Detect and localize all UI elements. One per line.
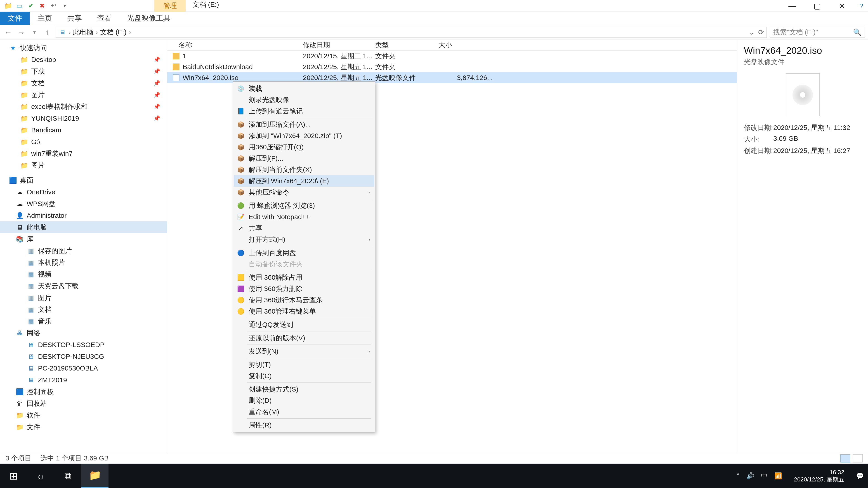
context-menu-item[interactable]: 通过QQ发送到 (234, 319, 374, 330)
ribbon-tab-home[interactable]: 主页 (30, 12, 60, 25)
taskbar-explorer[interactable]: 📁 (81, 464, 108, 488)
check-icon[interactable]: ✔ (27, 2, 35, 10)
nav-up-button[interactable]: ↑ (42, 28, 53, 37)
context-menu-item[interactable]: 🟪使用 360强力删除 (234, 283, 374, 294)
tree-quick-item[interactable]: 📁下载📌 (0, 66, 167, 77)
tree-desktop-item[interactable]: 🖥此电脑 (0, 221, 167, 233)
tree-quick-item[interactable]: 📁YUNQISHI2019📌 (0, 112, 167, 124)
ribbon-tab-share[interactable]: 共享 (60, 12, 90, 25)
context-menu-item[interactable]: 还原以前的版本(V) (234, 332, 374, 344)
context-menu-item[interactable]: 创建快捷方式(S) (234, 384, 374, 395)
tree-network-item[interactable]: 🖥ZMT2019 (0, 374, 167, 386)
tree-quick-item[interactable]: 📁excel表格制作求和📌 (0, 101, 167, 112)
tree-desktop[interactable]: 🟦桌面 (0, 174, 167, 186)
minimize-button[interactable]: — (780, 0, 805, 12)
tree-desktop-item[interactable]: ☁WPS网盘 (0, 198, 167, 210)
tree-lib-item[interactable]: ▦音乐 (0, 315, 167, 327)
task-view-button[interactable]: ⧉ (54, 464, 81, 488)
file-row[interactable]: 12020/12/15, 星期二 1...文件夹 (167, 51, 737, 61)
undo-icon[interactable]: ↶ (49, 2, 57, 10)
help-button[interactable]: ? (855, 0, 868, 12)
tree-network-item[interactable]: 🖥PC-20190530OBLA (0, 362, 167, 374)
context-menu-item[interactable]: 🟡使用 360进行木马云查杀 (234, 294, 374, 306)
addr-dropdown-icon[interactable]: ⌄ (749, 28, 754, 36)
context-menu-item[interactable]: 复制(C) (234, 370, 374, 382)
tree-quick-access[interactable]: ★快速访问 (0, 42, 167, 54)
delete-icon[interactable]: ✖ (38, 2, 46, 10)
tree-quick-item[interactable]: 📁Desktop📌 (0, 54, 167, 66)
context-menu-item[interactable]: 📦添加到压缩文件(A)... (234, 119, 374, 130)
tree-lib-item[interactable]: ▦本机照片 (0, 257, 167, 268)
start-button[interactable]: ⊞ (0, 464, 27, 488)
tree-network-item[interactable]: 🖥DESKTOP-NJEU3CG (0, 351, 167, 362)
col-size[interactable]: 大小 (438, 40, 497, 50)
context-menu-item[interactable]: 🟢用 蜂蜜浏览器 浏览(3) (234, 200, 374, 211)
file-row[interactable]: BaiduNetdiskDownload2020/12/25, 星期五 1...… (167, 61, 737, 72)
tree-software[interactable]: 📁软件 (0, 410, 167, 421)
nav-back-button[interactable]: ← (3, 28, 13, 37)
context-menu-item[interactable]: 剪切(T) (234, 359, 374, 370)
tree-desktop-item[interactable]: 👤Administrator (0, 210, 167, 221)
context-menu-item[interactable]: 🟨使用 360解除占用 (234, 272, 374, 283)
col-date[interactable]: 修改日期 (303, 40, 375, 50)
context-menu-item[interactable]: 重命名(M) (234, 406, 374, 418)
ribbon-tab-disk-tools[interactable]: 光盘映像工具 (119, 12, 178, 25)
col-type[interactable]: 类型 (375, 40, 438, 50)
context-menu-item[interactable]: 🔵上传到百度网盘 (234, 247, 374, 258)
tree-lib-item[interactable]: ▦文档 (0, 304, 167, 315)
view-details-button[interactable] (840, 454, 850, 462)
ribbon-tab-file[interactable]: 文件 (0, 12, 30, 25)
tree-quick-item[interactable]: 📁图片📌 (0, 89, 167, 101)
context-menu-item[interactable]: 🟡使用 360管理右键菜单 (234, 306, 374, 317)
address-bar[interactable]: 🖥 › 此电脑 › 文档 (E:) › ⌄ ⟳ (56, 27, 767, 38)
view-thumbs-button[interactable] (852, 454, 863, 462)
tree-desktop-item[interactable]: ☁OneDrive (0, 186, 167, 198)
search-button[interactable]: ⌕ (27, 464, 54, 488)
tree-lib-item[interactable]: ▦保存的图片 (0, 245, 167, 257)
contextual-tab-manage[interactable]: 管理 (154, 0, 186, 11)
context-menu-item[interactable]: 打开方式(H)› (234, 234, 374, 245)
tree-quick-item[interactable]: 📁图片 (0, 160, 167, 171)
maximize-button[interactable]: ▢ (805, 0, 830, 12)
folder-icon[interactable]: 📁 (4, 2, 12, 10)
context-menu-item[interactable]: 📦解压到当前文件夹(X) (234, 164, 374, 175)
crumb-pc[interactable]: 此电脑 (73, 28, 93, 37)
nav-recent-dropdown[interactable]: ▾ (29, 29, 39, 35)
nav-forward-button[interactable]: → (16, 28, 26, 37)
context-menu-item[interactable]: 属性(R) (234, 420, 374, 431)
taskbar-clock[interactable]: 16:32 2020/12/25, 星期五 (794, 468, 844, 483)
save-icon[interactable]: ▭ (16, 2, 24, 10)
action-center-icon[interactable]: 💬 (856, 472, 864, 480)
tree-recycle-bin[interactable]: 🗑回收站 (0, 398, 167, 410)
ribbon-tab-view[interactable]: 查看 (90, 12, 119, 25)
crumb-drive[interactable]: 文档 (E:) (100, 28, 127, 37)
search-box[interactable]: 搜索"文档 (E:)" 🔍 (770, 27, 865, 38)
refresh-icon[interactable]: ⟳ (758, 28, 764, 36)
context-menu-item[interactable]: 💿装载 (234, 83, 374, 94)
tree-quick-item[interactable]: 📁G:\ (0, 136, 167, 148)
tree-quick-item[interactable]: 📁win7重装win7 (0, 148, 167, 160)
tray-ime[interactable]: 中 (761, 471, 767, 480)
tree-lib-item[interactable]: ▦图片 (0, 292, 167, 304)
context-menu-item[interactable]: 📦添加到 "Win7x64_2020.zip" (T) (234, 130, 374, 141)
tree-lib-item[interactable]: ▦天翼云盘下载 (0, 280, 167, 292)
tree-docs[interactable]: 📁文件 (0, 421, 167, 433)
tray-network-icon[interactable]: 📶 (774, 472, 782, 480)
context-menu-item[interactable]: 📝Edit with Notepad++ (234, 211, 374, 223)
qat-dropdown-icon[interactable]: ▾ (61, 2, 69, 10)
tray-overflow-icon[interactable]: ˄ (737, 472, 740, 480)
tree-network[interactable]: 🖧网络 (0, 327, 167, 339)
context-menu-item[interactable]: 📘上传到有道云笔记 (234, 105, 374, 117)
tray-volume-icon[interactable]: 🔊 (746, 472, 754, 480)
tree-control-panel[interactable]: 🟦控制面板 (0, 386, 167, 398)
tree-desktop-item[interactable]: 📚库 (0, 233, 167, 245)
tree-quick-item[interactable]: 📁文档📌 (0, 77, 167, 89)
context-menu-item[interactable]: 📦用360压缩打开(Q) (234, 141, 374, 153)
context-menu-item[interactable]: 发送到(N)› (234, 346, 374, 357)
context-menu-item[interactable]: 📦解压到 Win7x64_2020\ (E) (234, 175, 374, 187)
tree-quick-item[interactable]: 📁Bandicam (0, 124, 167, 136)
context-menu-item[interactable]: 📦其他压缩命令› (234, 187, 374, 198)
context-menu-item[interactable]: 刻录光盘映像 (234, 94, 374, 105)
close-button[interactable]: ✕ (830, 0, 855, 12)
tree-network-item[interactable]: 🖥DESKTOP-LSSOEDP (0, 339, 167, 351)
